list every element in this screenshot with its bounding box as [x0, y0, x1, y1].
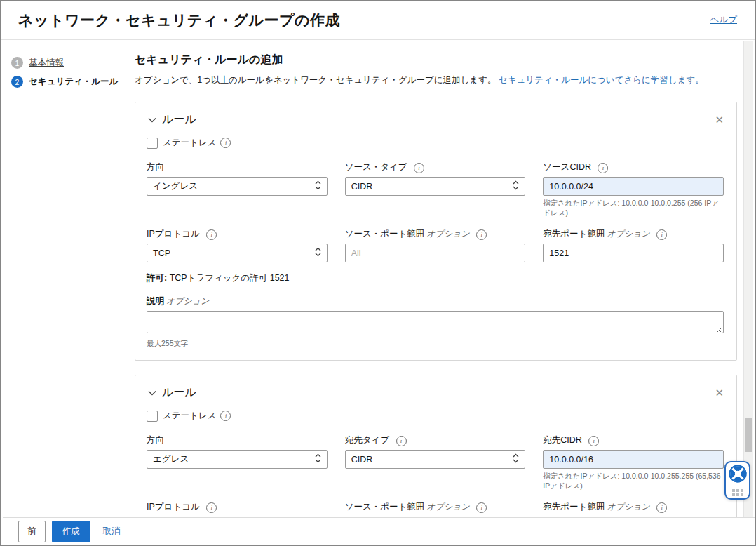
- optional-tag: オプション: [426, 229, 469, 239]
- stateless-row: ステートレス i: [147, 410, 724, 422]
- select-spinner-icon: [315, 180, 321, 192]
- wizard-steps: 1 基本情報 2 セキュリティ・ルール: [1, 40, 125, 520]
- cidr-helper-text: 指定されたIPアドレス: 10.0.0.0-10.0.255.255 (65,5…: [543, 472, 724, 491]
- scrollbar-thumb[interactable]: [745, 418, 752, 452]
- source-port-label: ソース・ポート範囲: [345, 229, 425, 239]
- collapse-chevron-icon[interactable]: [147, 387, 158, 399]
- select-spinner-icon: [315, 247, 321, 259]
- previous-button[interactable]: 前: [18, 521, 46, 542]
- allows-text: TCPトラフィックの許可 1521: [170, 273, 290, 283]
- optional-tag: オプション: [426, 502, 469, 512]
- remove-rule-icon[interactable]: ✕: [715, 114, 724, 125]
- stateless-row: ステートレス i: [147, 137, 724, 149]
- source-cidr-input[interactable]: [543, 177, 724, 196]
- step-security-rules[interactable]: 2 セキュリティ・ルール: [11, 76, 125, 88]
- dest-type-field: 宛先タイプ i CIDR: [345, 434, 526, 491]
- source-port-input[interactable]: [345, 244, 526, 262]
- cancel-link[interactable]: 取消: [103, 526, 121, 538]
- direction-field: 方向 イングレス: [147, 161, 328, 218]
- select-spinner-icon: [315, 453, 321, 465]
- page-title: ネットワーク・セキュリティ・グループの作成: [18, 11, 340, 30]
- description-label: 説明: [147, 296, 164, 306]
- info-icon[interactable]: i: [476, 229, 487, 240]
- dest-port-label: 宛先ポート範囲: [543, 229, 605, 239]
- optional-tag: オプション: [607, 502, 649, 512]
- stateless-label: ステートレス: [163, 137, 216, 149]
- step-basic-info[interactable]: 1 基本情報: [11, 57, 125, 69]
- info-icon[interactable]: i: [598, 163, 608, 173]
- source-cidr-field: ソースCIDR i 指定されたIPアドレス: 10.0.0.0-10.0.0.2…: [543, 161, 724, 218]
- dialog-header: ネットワーク・セキュリティ・グループの作成 ヘルプ: [1, 1, 755, 40]
- info-icon[interactable]: i: [476, 502, 487, 513]
- dest-cidr-label: 宛先CIDR: [543, 435, 582, 445]
- rule-fields-row-1: 方向 エグレス 宛先タイプ i CIDR: [147, 434, 724, 491]
- rule-fields-row-1: 方向 イングレス ソース・タイプ i CIDR: [147, 161, 724, 218]
- source-port-field: ソース・ポート範囲オプション i: [345, 228, 526, 262]
- allows-summary: 許可: TCPトラフィックの許可 1521: [147, 272, 724, 284]
- info-icon[interactable]: i: [656, 502, 667, 513]
- source-type-value: CIDR: [351, 182, 513, 192]
- rule-description-field: 説明オプション 最大255文字: [147, 295, 724, 349]
- step-number-badge: 1: [11, 57, 23, 69]
- optional-tag: オプション: [607, 229, 649, 239]
- step-number-badge: 2: [11, 76, 23, 88]
- dest-cidr-input[interactable]: [543, 450, 724, 469]
- learn-more-link[interactable]: セキュリティ・ルールについてさらに学習します。: [499, 75, 704, 85]
- direction-select[interactable]: イングレス: [147, 177, 328, 196]
- info-icon[interactable]: i: [656, 229, 667, 240]
- cidr-helper-text: 指定されたIPアドレス: 10.0.0.0-10.0.0.255 (256 IP…: [543, 199, 724, 218]
- help-link[interactable]: ヘルプ: [710, 14, 737, 26]
- assistant-launcher-button[interactable]: [724, 461, 750, 500]
- max-chars-helper: 最大255文字: [147, 339, 724, 349]
- create-button[interactable]: 作成: [52, 521, 90, 542]
- dialog-body: 1 基本情報 2 セキュリティ・ルール セキュリティ・ルールの追加 オプションで…: [1, 40, 755, 520]
- ip-protocol-field: IPプロトコル i TCP: [147, 228, 328, 262]
- description-text: オプションで、1つ以上のルールをネットワーク・セキュリティ・グループに追加します…: [135, 75, 496, 85]
- source-type-select[interactable]: CIDR: [345, 177, 526, 196]
- step-label[interactable]: 基本情報: [29, 57, 64, 69]
- ip-protocol-value: TCP: [153, 248, 315, 258]
- stateless-checkbox[interactable]: [147, 138, 158, 149]
- remove-rule-icon[interactable]: ✕: [715, 387, 724, 398]
- info-icon[interactable]: i: [414, 163, 424, 173]
- info-icon[interactable]: i: [220, 138, 231, 148]
- info-icon[interactable]: i: [396, 436, 407, 446]
- life-ring-icon: [729, 465, 747, 486]
- source-type-field: ソース・タイプ i CIDR: [345, 161, 526, 218]
- select-spinner-icon: [513, 180, 519, 192]
- create-nsg-dialog: ネットワーク・セキュリティ・グループの作成 ヘルプ 1 基本情報 2 セキュリテ…: [0, 0, 756, 546]
- source-cidr-label: ソースCIDR: [543, 162, 591, 172]
- dest-port-label: 宛先ポート範囲: [543, 502, 605, 512]
- dest-port-field: 宛先ポート範囲オプション i: [543, 228, 724, 262]
- drag-handle-dots-icon[interactable]: [732, 489, 743, 496]
- collapse-chevron-icon[interactable]: [147, 114, 158, 126]
- dest-port-input[interactable]: [543, 244, 724, 262]
- select-spinner-icon: [513, 453, 519, 465]
- info-icon[interactable]: i: [206, 229, 217, 240]
- section-description: オプションで、1つ以上のルールをネットワーク・セキュリティ・グループに追加します…: [135, 74, 737, 86]
- description-textarea[interactable]: [147, 311, 724, 333]
- optional-tag: オプション: [166, 296, 209, 306]
- vertical-scrollbar[interactable]: [743, 41, 753, 517]
- dialog-footer: 前 作成 取消: [3, 517, 755, 545]
- rule-fields-row-2: IPプロトコル i TCP ソース・ポート範囲オプション i 宛: [147, 228, 724, 262]
- info-icon[interactable]: i: [220, 411, 231, 421]
- ip-protocol-select[interactable]: TCP: [147, 244, 328, 262]
- source-type-label: ソース・タイプ: [345, 162, 407, 172]
- stateless-label: ステートレス: [163, 410, 216, 422]
- ip-protocol-label: IPプロトコル: [147, 229, 200, 239]
- info-icon[interactable]: i: [588, 436, 599, 446]
- step-label: セキュリティ・ルール: [29, 76, 118, 88]
- direction-field: 方向 エグレス: [147, 434, 328, 491]
- dest-type-label: 宛先タイプ: [345, 435, 389, 445]
- direction-value: イングレス: [153, 180, 315, 192]
- direction-select[interactable]: エグレス: [147, 450, 328, 469]
- dest-type-select[interactable]: CIDR: [345, 450, 526, 469]
- stateless-checkbox[interactable]: [147, 411, 158, 422]
- step-content: セキュリティ・ルールの追加 オプションで、1つ以上のルールをネットワーク・セキュ…: [125, 40, 755, 520]
- rule-card-header: ルール ✕: [147, 112, 724, 127]
- info-icon[interactable]: i: [206, 502, 217, 513]
- dest-type-value: CIDR: [351, 455, 513, 465]
- rule-title: ルール: [162, 112, 196, 127]
- rule-title: ルール: [162, 385, 196, 400]
